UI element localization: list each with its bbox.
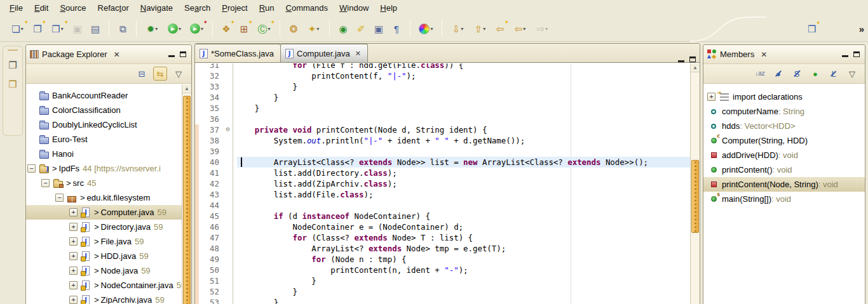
menu-edit[interactable]: Edit <box>29 1 54 15</box>
code-line[interactable]: 46 NodeContainer e = (NodeContainer) d; <box>195 221 700 232</box>
close-icon[interactable]: ✕ <box>761 50 767 59</box>
tree-item[interactable]: +J>Directory.java59 <box>26 220 191 234</box>
tree-item[interactable]: +J>Node.java59 <box>26 263 191 278</box>
scrollbar-thumb[interactable] <box>183 96 191 304</box>
minimize-button[interactable] <box>842 51 848 57</box>
menu-run[interactable]: Run <box>254 1 280 15</box>
new-package-icon[interactable]: ⊞✦ <box>236 20 252 37</box>
package-explorer-tree[interactable]: BankAccountReaderColorClassificationDoub… <box>26 84 191 304</box>
code-line[interactable]: 38 System.out.println("|-" + ident + " "… <box>195 135 700 146</box>
code-editor[interactable]: 31 for (File f : hdd.get(File.class)) {3… <box>195 63 700 304</box>
code-line[interactable]: 48 ArrayList<? extends Node> tmp = e.get… <box>195 243 700 254</box>
tree-item[interactable]: −>edu.kit.filesystem <box>26 190 191 205</box>
scroll-up-icon[interactable]: ▲ <box>182 84 191 93</box>
code-line[interactable]: 31 for (File f : hdd.get(File.class)) { <box>195 63 700 70</box>
tree-item[interactable]: +J>ZipArchiv.java59 <box>26 293 191 304</box>
back-icon[interactable]: ⇦▾ <box>510 20 530 37</box>
hide-local-types-icon[interactable]: L <box>827 67 841 81</box>
expander-plus-icon[interactable]: + <box>69 223 78 231</box>
toolbar-overflow-chevron-icon[interactable]: » <box>859 23 863 34</box>
sort-icon[interactable]: ↓az <box>753 67 767 81</box>
member-item[interactable]: hdds : Vector<HDD> <box>703 119 865 133</box>
hide-fields-icon[interactable]: ● <box>771 67 785 81</box>
expander-plus-icon[interactable]: + <box>69 281 78 289</box>
maximize-button[interactable] <box>853 51 860 57</box>
view-menu-icon[interactable]: ▽ <box>845 67 859 81</box>
next-annotation-icon[interactable]: ⇩▾ <box>448 20 468 37</box>
run-external-tools-icon[interactable]: ▶✦▾ <box>187 20 207 37</box>
expander-minus-icon[interactable]: − <box>55 194 64 202</box>
hide-static-icon[interactable]: S <box>790 67 804 81</box>
tree-item[interactable]: Hanoi <box>26 147 191 161</box>
code-line[interactable]: 49 for (Node n : tmp) { <box>195 254 700 265</box>
tree-item[interactable]: −>src45 <box>26 176 191 190</box>
new-java-project-icon[interactable]: ❖✦ <box>219 20 234 37</box>
show-whitespace-icon[interactable]: ¶ <box>389 20 404 37</box>
expander-minus-icon[interactable]: − <box>27 164 36 173</box>
link-with-editor-icon[interactable]: ⇆ <box>153 67 167 81</box>
tree-item[interactable]: DoublyLinkedCyclicList <box>26 117 191 132</box>
code-line[interactable]: 34 } <box>195 92 700 103</box>
code-line[interactable]: 50 printContent(n, ident + "-"); <box>195 265 700 275</box>
close-icon[interactable]: ✕ <box>355 50 361 58</box>
code-line[interactable]: 43 list.add(File.class); <box>195 189 700 200</box>
members-list[interactable]: +import declarationscomputerName : Strin… <box>703 84 865 304</box>
package-explorer-scrollbar[interactable]: ▲ <box>182 84 191 304</box>
collapse-all-icon[interactable]: ⊟ <box>135 67 149 81</box>
new-wizard-icon[interactable]: ❏✦▾ <box>8 20 27 37</box>
menu-window[interactable]: Window <box>334 1 374 15</box>
last-edit-location-icon[interactable]: ⇦✦ <box>492 20 508 37</box>
search-icon[interactable]: ✦▾ <box>304 20 323 37</box>
expander-plus-icon[interactable]: + <box>69 208 78 216</box>
code-line[interactable]: 42 list.add(ZipArchiv.class); <box>195 178 700 189</box>
tree-item[interactable]: BankAccountReader <box>26 88 191 103</box>
tree-item[interactable]: +J>NodeContainer.java59 <box>26 278 191 293</box>
member-item[interactable]: printContent() : void <box>703 162 865 177</box>
maximize-button[interactable] <box>180 51 186 57</box>
previous-annotation-icon[interactable]: ⇧▾ <box>470 20 490 37</box>
editor-tab-someclassjava[interactable]: J*SomeClass.java <box>194 44 281 62</box>
member-item[interactable]: smain(String[]) : void <box>703 192 865 206</box>
code-line[interactable]: 37⊖ private void printContent(Node d, St… <box>195 124 700 135</box>
editor-tab-computerjava[interactable]: JComputer.java✕ <box>280 44 368 62</box>
color-wheel-icon[interactable]: ▾ <box>416 20 436 37</box>
member-item[interactable]: printContent(Node, String) : void <box>703 177 865 192</box>
code-line[interactable]: 47 for (Class<? extends Node> T : list) … <box>195 232 700 243</box>
menu-project[interactable]: Project <box>216 1 253 15</box>
tree-item[interactable]: −J>IpdFs44 [https://svnserver.i <box>26 161 191 176</box>
tree-item[interactable]: +J>Computer.java59 <box>26 205 191 220</box>
expander-plus-icon[interactable]: + <box>69 237 78 246</box>
new-editor-icon[interactable]: ❐✦ <box>30 20 45 37</box>
code-line[interactable]: 35 } <box>195 103 700 114</box>
open-type-icon[interactable]: ❂ <box>286 20 301 37</box>
code-line[interactable]: 36 <box>195 114 700 124</box>
code-line[interactable]: 44 <box>195 200 700 211</box>
code-line[interactable]: 52 } <box>195 286 700 297</box>
open-perspective-icon[interactable]: ❒✦ <box>804 21 820 37</box>
expander-plus-icon[interactable]: + <box>69 252 78 260</box>
run-to-line-icon[interactable]: ◉ <box>336 20 351 37</box>
show-public-icon[interactable]: ● <box>808 67 822 81</box>
menu-source[interactable]: Source <box>54 1 92 15</box>
run-icon[interactable]: ▶▾ <box>165 20 184 37</box>
code-line[interactable]: 32 printContent(f, "|-"); <box>195 70 700 81</box>
expander-minus-icon[interactable]: − <box>41 179 50 187</box>
code-line[interactable]: 51 } <box>195 275 700 286</box>
code-line[interactable]: 53 } <box>195 297 700 304</box>
print-icon[interactable]: ▤ <box>88 20 103 37</box>
minimize-button[interactable] <box>168 51 175 57</box>
member-item[interactable]: addDrive(HDD) : void <box>703 148 865 162</box>
expander-plus-icon[interactable]: + <box>69 296 78 304</box>
mark-occurrences-icon[interactable]: ▣ <box>371 20 386 37</box>
code-line[interactable]: 41 list.add(Directory.class); <box>195 168 700 178</box>
menu-refactor[interactable]: Refactor <box>92 1 135 15</box>
new-view-icon[interactable]: ❒✦▾ <box>48 20 67 37</box>
view-menu-icon[interactable]: ▽ <box>172 67 186 81</box>
close-icon[interactable]: ✕ <box>114 50 120 59</box>
build-all-icon[interactable]: ⧉ <box>115 20 130 37</box>
menu-search[interactable]: Search <box>179 1 216 15</box>
member-item[interactable]: computerName : String <box>703 104 865 119</box>
highlighter-icon[interactable]: ✐ <box>353 20 369 37</box>
code-line[interactable]: 39 <box>195 146 700 157</box>
minimize-button[interactable] <box>678 56 684 62</box>
